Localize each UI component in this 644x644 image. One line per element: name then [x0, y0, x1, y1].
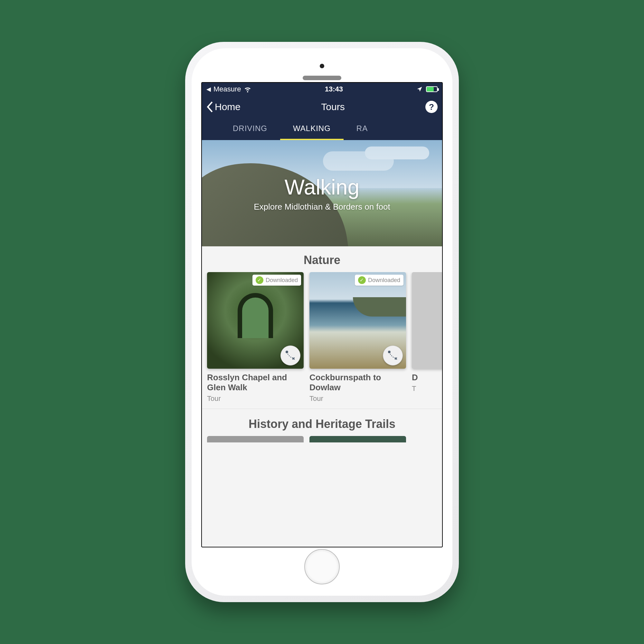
tab-walking[interactable]: WALKING	[280, 118, 344, 140]
phone-camera	[320, 64, 324, 68]
status-back-app[interactable]: ◀ Measure	[206, 85, 251, 93]
tour-card-peek[interactable]	[309, 436, 406, 442]
back-label: Home	[215, 101, 241, 112]
status-time: 13:43	[325, 85, 343, 93]
badge-label: Downloaded	[266, 277, 298, 284]
cloud-check-icon: ✓	[358, 276, 366, 284]
status-right	[416, 86, 438, 92]
tour-card-peek[interactable]	[207, 436, 304, 442]
tab-driving[interactable]: DRIVING	[220, 118, 280, 140]
downloaded-badge: ✓ Downloaded	[355, 275, 403, 286]
route-icon[interactable]	[280, 346, 300, 365]
tour-type: Tour	[207, 394, 304, 403]
section-title-history: History and Heritage Trails	[202, 417, 442, 431]
tour-title: Cockburnspath to Dowlaw	[309, 373, 406, 393]
tabs-bar: DRIVING WALKING RA	[202, 118, 442, 140]
wifi-icon	[244, 85, 251, 93]
downloaded-badge: ✓ Downloaded	[252, 275, 301, 286]
tour-image: ✓ Downloaded	[207, 272, 304, 369]
app-screen: ◀ Measure 13:43 Home Tours ?	[201, 82, 443, 547]
hero-title: Walking	[285, 175, 359, 199]
back-triangle-icon: ◀	[206, 86, 211, 93]
tour-image	[412, 272, 442, 369]
status-bar: ◀ Measure 13:43	[202, 83, 442, 96]
hero-subtitle: Explore Midlothian & Borders on foot	[254, 202, 390, 212]
nav-bar: Home Tours ?	[202, 96, 442, 118]
help-icon: ?	[429, 102, 434, 112]
tour-title: Rosslyn Chapel and Glen Walk	[207, 373, 304, 393]
content-scroll[interactable]: Walking Explore Midlothian & Borders on …	[202, 140, 442, 547]
phone-frame: ◀ Measure 13:43 Home Tours ?	[185, 42, 459, 602]
chevron-left-icon	[206, 101, 213, 112]
page-title: Tours	[321, 101, 345, 112]
section-title-nature: Nature	[202, 253, 442, 267]
tour-image: ✓ Downloaded	[309, 272, 406, 369]
back-button[interactable]: Home	[206, 101, 241, 112]
hero-clouds	[365, 147, 429, 159]
location-icon	[416, 86, 423, 92]
battery-icon	[426, 86, 438, 92]
tour-type: T	[412, 384, 442, 393]
tab-rail-partial[interactable]: RA	[344, 118, 381, 140]
card-row-nature[interactable]: ✓ Downloaded Rosslyn Chapel and Glen Wal…	[202, 272, 442, 409]
tour-card[interactable]: ✓ Downloaded Rosslyn Chapel and Glen Wal…	[207, 272, 304, 403]
phone-speaker	[303, 76, 341, 80]
home-button[interactable]	[304, 549, 340, 584]
cloud-check-icon: ✓	[256, 276, 263, 284]
status-app-label: Measure	[213, 85, 241, 93]
badge-label: Downloaded	[368, 277, 400, 284]
route-icon[interactable]	[383, 346, 403, 365]
help-button[interactable]: ?	[425, 101, 438, 113]
tour-title: D	[412, 373, 442, 383]
tour-type: Tour	[309, 394, 406, 403]
hero-banner: Walking Explore Midlothian & Borders on …	[202, 140, 442, 246]
tour-card[interactable]: D T	[412, 272, 442, 403]
tour-card[interactable]: ✓ Downloaded Cockburnspath to Dowlaw Tou…	[309, 272, 406, 403]
